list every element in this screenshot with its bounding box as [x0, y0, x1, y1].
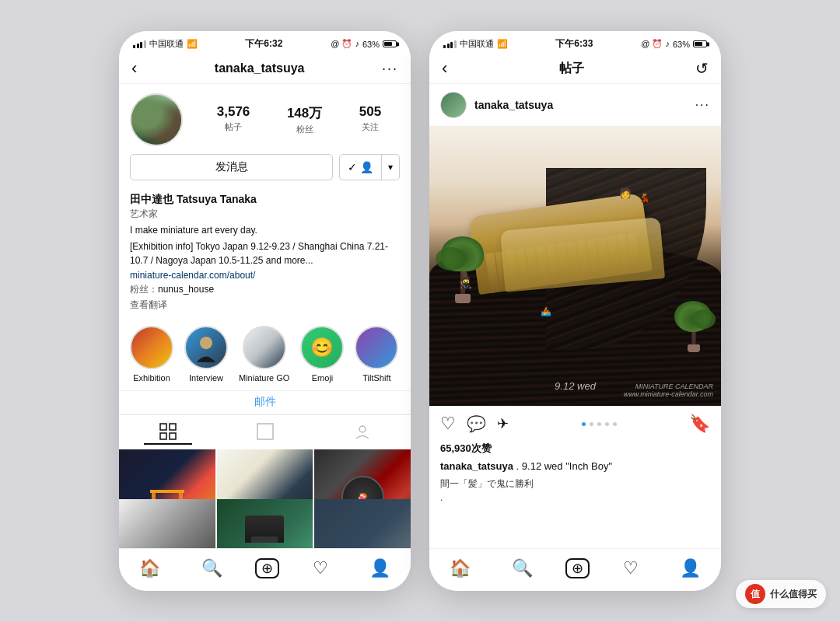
highlight-interview[interactable]: Interview — [184, 326, 228, 383]
followers-label: 粉丝 — [296, 124, 313, 135]
highlight-miniature[interactable]: Miniature GO — [239, 326, 289, 383]
comment-button[interactable]: 💬 — [467, 414, 486, 433]
svg-rect-3 — [160, 433, 166, 439]
likes-count: 65,930次赞 — [440, 442, 710, 456]
highlight-exhibition[interactable]: Exhibition — [130, 326, 173, 383]
caption-username[interactable]: tanaka_tatsuya — [440, 460, 513, 472]
bio-text1: I make miniature art every day. — [130, 223, 400, 237]
time-left: 下午6:32 — [245, 37, 282, 51]
dot-2 — [590, 422, 593, 426]
status-bar-left: 中国联通 📶 下午6:32 @ ⏰ ♪ 63% — [119, 31, 411, 54]
bookmark-button[interactable]: 🔖 — [689, 414, 710, 434]
caption-text: 9.12 wed "Inch Boy" — [522, 460, 612, 472]
nav-bar-left: ‹ tanaka_tatsuya ··· — [119, 54, 411, 84]
svg-rect-5 — [257, 424, 273, 439]
tab-grid[interactable] — [144, 420, 192, 445]
post-meta: 65,930次赞 tanaka_tatsuya . 9.12 wed "Inch… — [429, 439, 721, 509]
svg-rect-2 — [170, 424, 176, 430]
nav-home-right[interactable]: 🏠 — [442, 555, 478, 582]
status-bar-right: 中国联通 📶 下午6:33 @ ⏰ ♪ 63% — [429, 31, 721, 54]
dot-5 — [613, 422, 617, 426]
battery-pct-right: 63% — [673, 40, 690, 49]
bonsai-right — [673, 295, 716, 350]
nav-search-right[interactable]: 🔍 — [504, 555, 541, 582]
mail-button[interactable]: 邮件 — [254, 395, 276, 407]
post-username[interactable]: tanaka_tatsuya — [474, 99, 688, 111]
nav-heart-left[interactable]: ♡ — [305, 555, 336, 582]
posts-count: 3,576 — [217, 104, 250, 120]
following-label: 关注 — [362, 121, 379, 133]
nav-profile-right[interactable]: 👤 — [672, 555, 709, 582]
highlight-label-tiltshift: TiltShift — [362, 373, 390, 383]
photo-grid: 🍣 MINI TURI Happy — [119, 449, 411, 548]
mini-figure-red: 🥷 — [459, 276, 472, 288]
svg-point-0 — [200, 337, 212, 349]
phone-right: 中国联通 📶 下午6:33 @ ⏰ ♪ 63% ‹ 帖子 ↺ tanaka_ta… — [429, 31, 721, 591]
mini-figure-2: 💃 — [639, 193, 650, 203]
stat-followers[interactable]: 148万 粉丝 — [287, 104, 322, 135]
tab-tagged[interactable] — [338, 420, 387, 445]
nav-heart-right[interactable]: ♡ — [615, 555, 646, 582]
avatar-left[interactable] — [130, 93, 183, 146]
profile-actions: 发消息 ✓ 👤 ▾ — [130, 154, 400, 180]
bio-name: 田中達也 Tatsuya Tanaka — [130, 193, 400, 207]
share-button[interactable]: ✈ — [497, 415, 509, 432]
post-image[interactable]: 🧑 💃 🚣 🥷 9.12 wed MINIATURE CALENDARwww.m… — [429, 126, 721, 406]
highlight-label-emoji: Emoji — [312, 373, 334, 383]
highlight-label-miniature: Miniature GO — [239, 373, 289, 383]
follower-label: 粉丝： — [130, 284, 158, 295]
person-tag-icon — [354, 423, 371, 440]
refresh-button[interactable]: ↺ — [695, 59, 709, 78]
posts-label: 帖子 — [225, 121, 242, 133]
stat-following[interactable]: 505 关注 — [359, 104, 381, 135]
tab-list[interactable] — [241, 420, 289, 445]
mini-figure-1: 🧑 — [619, 187, 632, 199]
like-button[interactable]: ♡ — [440, 414, 456, 434]
highlight-tiltshift[interactable]: TiltShift — [355, 326, 398, 383]
photo-cell-4[interactable]: MINI TURI — [119, 499, 215, 549]
profile-section: 3,576 帖子 148万 粉丝 505 关注 发消息 — [119, 84, 411, 193]
svg-point-6 — [359, 426, 366, 432]
stats-row: 3,576 帖子 148万 粉丝 505 关注 — [198, 104, 400, 135]
highlight-circle-tiltshift — [355, 326, 398, 369]
post-nav-title: 帖子 — [559, 61, 584, 77]
bio-link[interactable]: miniature-calendar.com/about/ — [130, 270, 400, 281]
nav-home-left[interactable]: 🏠 — [131, 555, 168, 582]
status-icons-left: @ ⏰ ♪ — [331, 39, 359, 49]
dot-3 — [597, 422, 601, 426]
follower-name[interactable]: nunus_house — [158, 284, 214, 295]
message-button[interactable]: 发消息 — [130, 154, 333, 180]
nav-search-left[interactable]: 🔍 — [194, 555, 230, 582]
nav-profile-left[interactable]: 👤 — [362, 555, 398, 582]
post-avatar[interactable] — [440, 92, 467, 118]
svg-rect-4 — [170, 433, 176, 439]
highlight-emoji[interactable]: 😊 Emoji — [300, 326, 344, 383]
post-more-options[interactable]: ··· — [695, 98, 710, 112]
highlights-row: Exhibition Interview Miniature GO 😊 Emo — [119, 318, 411, 391]
signal-icon — [133, 40, 146, 48]
dot-4 — [605, 422, 609, 426]
nav-add-left[interactable]: ⊕ — [255, 558, 279, 578]
bonsai-left — [436, 229, 490, 299]
wifi-icon-right: 📶 — [497, 39, 508, 49]
back-button-left[interactable]: ‹ — [131, 58, 137, 79]
back-button-right[interactable]: ‹ — [442, 58, 447, 79]
status-icons-right: @ ⏰ ♪ — [641, 39, 670, 49]
dropdown-button[interactable]: ▾ — [382, 154, 400, 180]
bio-translate[interactable]: 查看翻译 — [130, 299, 400, 312]
time-right: 下午6:33 — [555, 37, 593, 51]
more-options-left[interactable]: ··· — [382, 61, 398, 77]
watermark-text: MINIATURE CALENDARwww.miniature-calendar… — [624, 383, 713, 398]
stat-posts[interactable]: 3,576 帖子 — [217, 104, 250, 135]
date-badge: 9.12 wed — [555, 380, 596, 392]
carrier-right: 中国联通 — [460, 38, 494, 50]
dot-1 — [582, 422, 586, 426]
nav-add-right[interactable]: ⊕ — [565, 558, 590, 578]
photo-cell-6[interactable] — [314, 499, 411, 549]
post-actions: ♡ 💬 ✈ 🔖 — [429, 406, 721, 439]
follow-button[interactable]: ✓ 👤 — [339, 154, 382, 180]
followers-count: 148万 — [287, 104, 322, 122]
svg-rect-1 — [160, 424, 166, 430]
person-icon: 👤 — [360, 161, 373, 173]
mini-figure-boat: 🚣 — [541, 306, 551, 316]
